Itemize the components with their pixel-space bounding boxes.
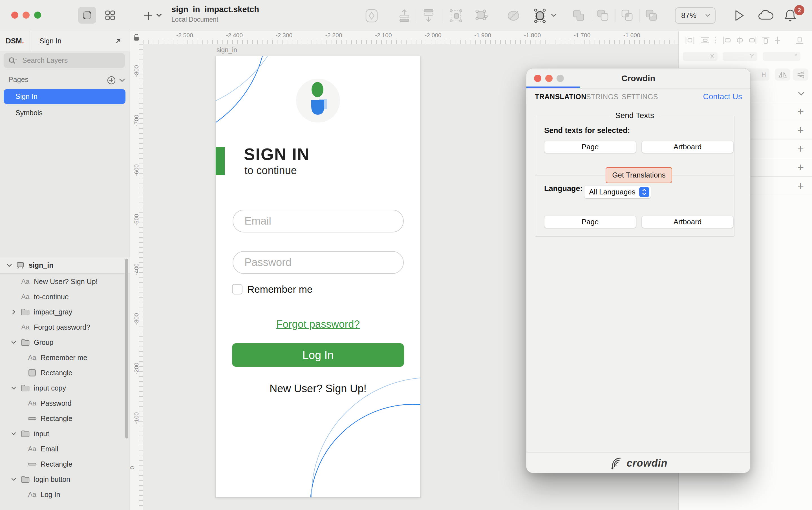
tab-dsm[interactable]: DSM. [0, 31, 30, 51]
ruler-corner [130, 31, 143, 44]
chevron-right-icon[interactable] [12, 310, 16, 314]
zoom-level-dropdown[interactable]: 87% [675, 7, 716, 24]
detach-arrow-icon[interactable] [114, 37, 122, 45]
search-layers-input[interactable] [22, 56, 116, 65]
sign-up-text[interactable]: New User? Sign Up! [216, 383, 420, 395]
page-item-symbols[interactable]: Symbols [4, 106, 125, 120]
alignment-toolbar-icons[interactable] [684, 35, 808, 45]
send-artboard-button[interactable]: Artboard [642, 141, 733, 153]
email-placeholder: Email [244, 215, 271, 227]
add-style-button[interactable]: + [798, 161, 804, 174]
get-translations-button[interactable]: Get Translations [606, 167, 672, 183]
bring-forward-button[interactable] [397, 8, 412, 23]
artboard-title[interactable]: sign_in [216, 46, 237, 54]
resize-menu-chevron[interactable] [550, 13, 557, 18]
add-style-button[interactable]: + [798, 179, 804, 192]
ruler-label: -2 200 [325, 32, 342, 39]
layer-row[interactable]: AaNew User? Sign Up! [0, 274, 130, 289]
chevron-down-icon[interactable] [7, 264, 12, 267]
forgot-password-link[interactable]: Forgot password? [216, 319, 420, 330]
layer-row[interactable]: input copy [0, 380, 130, 396]
y-position-field[interactable]: Y [723, 52, 757, 61]
layer-row[interactable]: AaEmail [0, 441, 130, 456]
layer-row[interactable]: login button [0, 472, 130, 487]
layer-row[interactable]: impact_gray [0, 304, 130, 320]
x-position-field[interactable]: X [683, 52, 718, 61]
insert-button[interactable] [143, 10, 154, 22]
edit-shape-button[interactable] [474, 8, 489, 23]
remember-me-checkbox[interactable] [232, 284, 242, 295]
grid-view-toggle[interactable] [101, 7, 119, 24]
send-page-button[interactable]: Page [544, 141, 636, 153]
layer-row[interactable]: Rectangle [0, 365, 130, 380]
boolean-intersect-button[interactable] [620, 8, 634, 23]
search-layers-field[interactable] [4, 53, 125, 68]
artboard-sign-in[interactable]: SIGN IN to continue Email Password Remem… [216, 56, 420, 497]
flip-vertical-button[interactable] [793, 68, 808, 81]
password-field[interactable]: Password [233, 251, 404, 274]
log-in-button-label: Log In [302, 349, 334, 361]
chevron-down-icon[interactable] [11, 386, 16, 390]
flip-horizontal-button[interactable] [775, 68, 790, 81]
ruler-label: -1 800 [524, 32, 541, 39]
boolean-subtract-button[interactable] [596, 8, 610, 23]
add-style-button[interactable]: + [798, 105, 804, 118]
canvas-view-toggle[interactable] [78, 7, 96, 24]
get-artboard-button[interactable]: Artboard [642, 216, 733, 228]
collapse-pages-icon[interactable] [118, 78, 126, 83]
section-collapse-chevron[interactable] [797, 91, 806, 96]
sidebar-scrollbar[interactable] [125, 259, 128, 439]
insert-menu-chevron[interactable] [156, 13, 163, 18]
zoom-window-button[interactable] [34, 11, 41, 19]
layer-row[interactable]: AaForgot password? [0, 320, 130, 335]
layer-row[interactable]: AaPassword [0, 396, 130, 411]
layer-row[interactable]: Aato-continue [0, 289, 130, 304]
cloud-share-button[interactable] [757, 9, 775, 22]
log-in-button[interactable]: Log In [232, 343, 404, 367]
tab-settings[interactable]: SETTINGS [622, 93, 658, 101]
email-field[interactable]: Email [233, 210, 404, 233]
close-window-button[interactable] [11, 11, 18, 19]
crowdin-plugin-window[interactable]: Crowdin TRANSLATION STRINGS SETTINGS Con… [526, 68, 751, 473]
rotate-button[interactable] [505, 8, 521, 23]
group-button[interactable] [448, 8, 464, 23]
union-icon [572, 8, 586, 23]
unlock-icon[interactable] [133, 33, 140, 42]
chevron-down-icon[interactable] [11, 478, 16, 481]
layers-list: AaNew User? Sign Up!Aato-continueimpact_… [0, 274, 130, 502]
send-backward-button[interactable] [421, 8, 436, 23]
minimize-window-button[interactable] [23, 11, 30, 19]
preview-button[interactable] [733, 8, 746, 23]
edit-shape-icon [474, 8, 489, 23]
ruler-label: -400 [133, 264, 140, 275]
layer-row[interactable]: Group [0, 335, 130, 350]
layer-root-artboard[interactable]: sign_in [0, 257, 130, 274]
layer-row[interactable]: AaRemember me [0, 350, 130, 365]
layer-row[interactable]: Rectangle [0, 411, 130, 426]
add-page-icon[interactable] [107, 76, 116, 85]
get-page-button[interactable]: Page [544, 216, 636, 228]
logo-background [296, 79, 340, 123]
ruler-label: -1 600 [624, 32, 640, 39]
layer-row[interactable]: AaLog In [0, 487, 130, 502]
tab-strings[interactable]: STRINGS [586, 93, 618, 101]
tab-translation[interactable]: TRANSLATION [535, 93, 586, 101]
contact-us-link[interactable]: Contact Us [703, 92, 742, 101]
folder-icon [21, 476, 30, 483]
rotation-field[interactable]: ° [763, 52, 801, 61]
chevron-down-icon[interactable] [11, 432, 16, 435]
resize-constraints-button[interactable] [532, 8, 548, 24]
chevron-down-icon[interactable] [11, 341, 16, 344]
add-style-button[interactable]: + [798, 142, 804, 155]
add-style-button[interactable]: + [798, 124, 804, 137]
language-dropdown[interactable]: All Languages [584, 186, 651, 198]
layer-row[interactable]: input [0, 426, 130, 441]
create-symbol-button[interactable] [364, 8, 379, 24]
text-layer-icon: Aa [21, 277, 29, 286]
layer-row[interactable]: Rectangle [0, 456, 130, 472]
crowdin-footer: crowdin [526, 452, 750, 473]
page-item-sign-in[interactable]: Sign In [4, 89, 125, 104]
tab-page-title[interactable]: Sign In [39, 31, 61, 51]
boolean-union-button[interactable] [572, 8, 586, 23]
boolean-difference-button[interactable] [644, 8, 658, 23]
